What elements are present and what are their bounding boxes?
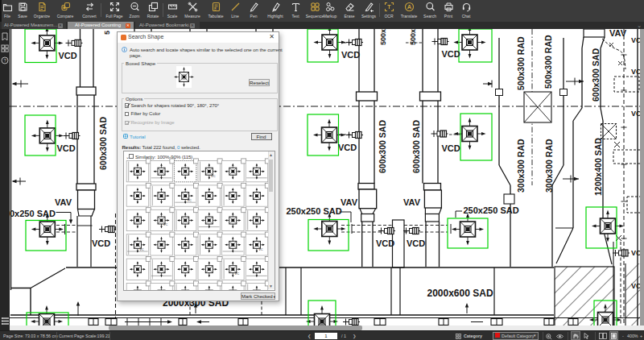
svg-text:600x300 SAD: 600x300 SAD	[378, 120, 387, 173]
svg-text:600x300 SAD: 600x300 SAD	[98, 117, 108, 170]
svg-text:VCD: VCD	[338, 143, 357, 152]
svg-text:5: 5	[103, 31, 111, 35]
svg-text:VAV: VAV	[55, 197, 72, 207]
svg-text:?: ?	[3, 58, 6, 63]
svg-text:1200x400 SAD: 1200x400 SAD	[593, 138, 603, 196]
svg-text:VAV: VAV	[609, 29, 627, 38]
svg-text:500x: 500x	[379, 29, 387, 45]
svg-text:VCD: VCD	[442, 143, 460, 153]
svg-text:VCD: VCD	[442, 49, 460, 59]
svg-text:300x300 RAD: 300x300 RAD	[516, 139, 526, 193]
svg-text:600x300 SAD: 600x300 SAD	[591, 48, 601, 102]
svg-text:500x: 500x	[409, 29, 417, 45]
svg-text:2000x600 SAD: 2000x600 SAD	[427, 288, 493, 299]
svg-text:600x300 SAD: 600x300 SAD	[411, 120, 421, 173]
svg-text:VCD: VCD	[57, 143, 76, 153]
svg-text:VCD: VCD	[341, 50, 360, 60]
svg-text:500x300 RAD: 500x300 RAD	[543, 35, 553, 89]
svg-text:VCD: VCD	[407, 238, 425, 248]
svg-text:VCD: VCD	[92, 238, 110, 248]
svg-text:VAV: VAV	[403, 197, 421, 207]
svg-text:VC: VC	[211, 296, 216, 301]
svg-text:300x300 RAD: 300x300 RAD	[544, 139, 554, 193]
svg-text:VAV: VAV	[341, 197, 358, 207]
svg-text:500x300 RAD: 500x300 RAD	[516, 36, 526, 90]
svg-text:250x250 SAD: 250x250 SAD	[464, 205, 519, 215]
svg-text:VCD: VCD	[59, 51, 77, 60]
svg-text:250x250 SAD: 250x250 SAD	[287, 206, 342, 216]
svg-text:VCD: VCD	[376, 238, 394, 248]
svg-text:0x250 SAD: 0x250 SAD	[10, 209, 56, 218]
